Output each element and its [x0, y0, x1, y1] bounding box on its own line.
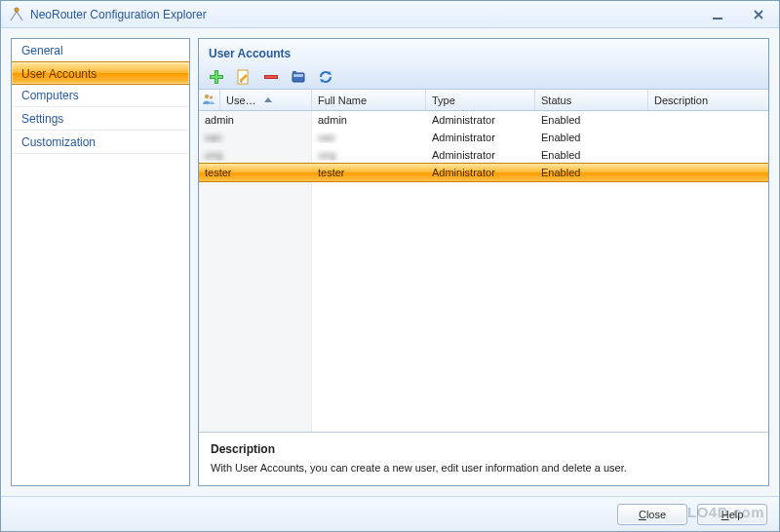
col-label: Status	[541, 95, 571, 106]
body: General User Accounts Computers Settings…	[1, 28, 779, 496]
description-text: With User Accounts, you can create a new…	[211, 462, 757, 474]
cell-fullname: admin	[312, 114, 426, 126]
description-title: Description	[211, 442, 757, 456]
table-row[interactable]: admin admin Administrator Enabled	[199, 111, 768, 129]
col-label: Use…	[226, 95, 256, 106]
cell-fullname: ung	[312, 149, 426, 161]
sidebar-item-label: User Accounts	[21, 67, 97, 81]
main-panel: User Accounts	[198, 38, 769, 486]
col-description[interactable]: Description	[648, 90, 768, 110]
col-type[interactable]: Type	[426, 90, 535, 110]
svg-rect-9	[211, 76, 222, 78]
help-button[interactable]: Help	[697, 504, 767, 525]
edit-user-button[interactable]	[234, 67, 254, 87]
sidebar-item-settings[interactable]: Settings	[12, 107, 189, 131]
cell-user: van	[199, 132, 312, 143]
cell-user: admin	[199, 114, 312, 126]
svg-point-2	[15, 8, 19, 12]
col-status[interactable]: Status	[535, 90, 648, 110]
cell-status: Enabled	[535, 149, 648, 161]
svg-point-19	[210, 95, 213, 98]
grid-body[interactable]: admin admin Administrator Enabled van va…	[199, 111, 768, 432]
col-icon[interactable]	[199, 90, 220, 110]
table-row[interactable]: ung ung Administrator Enabled	[199, 146, 768, 164]
sort-asc-icon	[264, 97, 272, 102]
cell-type: Administrator	[426, 132, 535, 143]
cell-user: tester	[199, 167, 312, 178]
minimize-button[interactable]	[705, 6, 730, 23]
svg-point-18	[205, 94, 209, 97]
close-button[interactable]: Close	[617, 504, 687, 525]
cell-user: ung	[199, 149, 312, 161]
cell-fullname: van	[312, 132, 426, 143]
description-panel: Description With User Accounts, you can …	[199, 432, 768, 485]
sidebar-item-label: Settings	[21, 112, 63, 126]
sidebar-item-general[interactable]: General	[12, 39, 189, 62]
app-icon	[9, 7, 24, 22]
app-window: NeoRouter Configuration Explorer General…	[0, 0, 780, 532]
panel-title: User Accounts	[199, 39, 768, 64]
grid-header: Use… Full Name Type Status Description	[199, 90, 768, 111]
sidebar-item-computers[interactable]: Computers	[12, 84, 189, 107]
toolbar	[199, 64, 768, 90]
col-label: Full Name	[318, 95, 367, 106]
footer: Close Help	[1, 496, 779, 531]
properties-button[interactable]	[289, 67, 308, 87]
sidebar-item-user-accounts[interactable]: User Accounts	[11, 61, 190, 85]
titlebar: NeoRouter Configuration Explorer	[1, 1, 779, 28]
refresh-button[interactable]	[316, 67, 335, 87]
col-label: Description	[654, 95, 708, 106]
svg-rect-3	[713, 18, 722, 19]
svg-rect-15	[292, 71, 296, 73]
cell-status: Enabled	[535, 114, 648, 126]
svg-rect-12	[265, 76, 277, 78]
table-row[interactable]: van van Administrator Enabled	[199, 129, 768, 146]
sidebar-item-label: Customization	[21, 135, 96, 149]
cell-type: Administrator	[426, 167, 535, 178]
svg-rect-14	[293, 74, 303, 77]
cell-fullname: tester	[312, 167, 426, 178]
sidebar: General User Accounts Computers Settings…	[11, 38, 190, 486]
help-label-tail: elp	[729, 509, 744, 520]
cell-status: Enabled	[535, 132, 648, 143]
add-user-button[interactable]	[207, 67, 226, 87]
sidebar-item-customization[interactable]: Customization	[12, 131, 189, 154]
users-icon	[202, 93, 215, 108]
close-button[interactable]	[746, 6, 771, 23]
col-username[interactable]: Use…	[220, 90, 312, 110]
close-label-tail: lose	[646, 509, 666, 520]
rows: admin admin Administrator Enabled van va…	[199, 111, 768, 181]
cell-status: Enabled	[535, 167, 648, 178]
cell-type: Administrator	[426, 149, 535, 161]
window-title: NeoRouter Configuration Explorer	[30, 8, 207, 21]
cell-type: Administrator	[426, 114, 535, 126]
table-row[interactable]: tester tester Administrator Enabled	[199, 164, 768, 181]
grid: Use… Full Name Type Status Description a…	[199, 90, 768, 432]
window-controls	[705, 6, 771, 23]
sidebar-item-label: General	[21, 44, 63, 57]
remove-user-button[interactable]	[261, 67, 281, 87]
col-fullname[interactable]: Full Name	[312, 90, 426, 110]
col-label: Type	[432, 95, 455, 106]
sidebar-item-label: Computers	[21, 89, 79, 102]
